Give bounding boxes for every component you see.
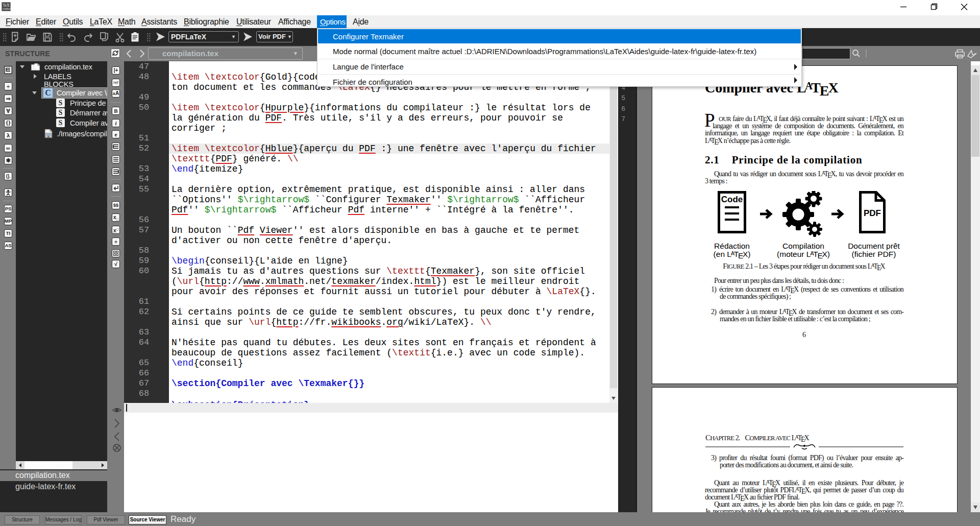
svg-text:PDF: PDF [864, 208, 881, 218]
svg-text:Code: Code [721, 195, 743, 204]
